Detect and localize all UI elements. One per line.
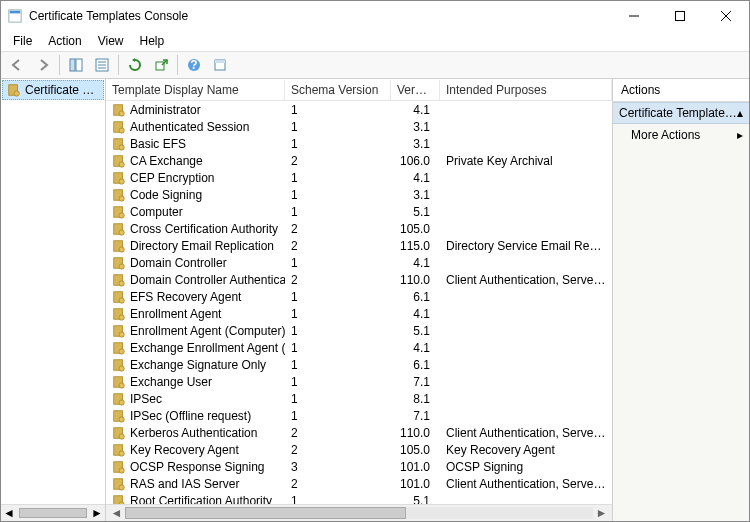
menu-view[interactable]: View [90, 32, 132, 50]
tree-item-certificate-templates[interactable]: Certificate Templates [2, 80, 104, 100]
cell-schema: 1 [285, 188, 391, 202]
table-row[interactable]: Administrator14.1 [106, 101, 612, 118]
cell-name: Basic EFS [106, 137, 285, 151]
grid-pane: Template Display Name Schema Version Ver… [106, 79, 613, 521]
table-row[interactable]: IPSec18.1 [106, 390, 612, 407]
cell-version: 5.1 [391, 205, 440, 219]
view-button[interactable] [208, 53, 232, 77]
forward-button[interactable] [31, 53, 55, 77]
table-row[interactable]: Exchange Signature Only16.1 [106, 356, 612, 373]
close-button[interactable] [703, 1, 749, 31]
scroll-right-arrow[interactable]: ► [91, 506, 103, 520]
svg-point-34 [119, 229, 124, 234]
cell-purpose: Client Authentication, Server Authentic [440, 273, 612, 287]
cell-name: Enrollment Agent [106, 307, 285, 321]
certificate-icon [112, 120, 126, 134]
cell-schema: 1 [285, 324, 391, 338]
table-row[interactable]: Basic EFS13.1 [106, 135, 612, 152]
table-row[interactable]: EFS Recovery Agent16.1 [106, 288, 612, 305]
certificate-icon [112, 137, 126, 151]
svg-point-32 [119, 212, 124, 217]
table-row[interactable]: Domain Controller14.1 [106, 254, 612, 271]
cell-schema: 1 [285, 341, 391, 355]
certificate-icon [112, 222, 126, 236]
scroll-track[interactable] [125, 507, 593, 519]
toolbar-separator [177, 55, 178, 75]
cell-name: IPSec [106, 392, 285, 406]
table-row[interactable]: CEP Encryption14.1 [106, 169, 612, 186]
table-row[interactable]: IPSec (Offline request)17.1 [106, 407, 612, 424]
help-button[interactable]: ? [182, 53, 206, 77]
table-row[interactable]: Enrollment Agent (Computer)15.1 [106, 322, 612, 339]
svg-point-22 [119, 127, 124, 132]
cell-name: Exchange Enrollment Agent (Offline requ.… [106, 341, 285, 355]
cell-name: Exchange Signature Only [106, 358, 285, 372]
actions-section-title[interactable]: Certificate Templates (cer... ▴ [613, 102, 749, 124]
table-row[interactable]: OCSP Response Signing3101.0OCSP Signing [106, 458, 612, 475]
certificate-icon [112, 443, 126, 457]
table-row[interactable]: Code Signing13.1 [106, 186, 612, 203]
cell-version: 6.1 [391, 290, 440, 304]
certificate-icon [112, 290, 126, 304]
table-row[interactable]: Enrollment Agent14.1 [106, 305, 612, 322]
actions-item-label: More Actions [631, 128, 700, 142]
cell-version: 101.0 [391, 460, 440, 474]
back-button[interactable] [5, 53, 29, 77]
certificate-icon [112, 324, 126, 338]
cell-name: Administrator [106, 103, 285, 117]
table-row[interactable]: RAS and IAS Server2101.0Client Authentic… [106, 475, 612, 492]
grid-horizontal-scrollbar[interactable]: ◄ ► [106, 504, 612, 521]
cell-schema: 2 [285, 239, 391, 253]
cell-version: 106.0 [391, 154, 440, 168]
properties-button[interactable] [90, 53, 114, 77]
table-row[interactable]: Key Recovery Agent2105.0Key Recovery Age… [106, 441, 612, 458]
cell-name: Domain Controller Authentication [106, 273, 285, 287]
cell-version: 105.0 [391, 222, 440, 236]
svg-rect-1 [10, 11, 21, 14]
column-header-purpose[interactable]: Intended Purposes [440, 80, 612, 100]
table-row[interactable]: Cross Certification Authority2105.0 [106, 220, 612, 237]
table-row[interactable]: Directory Email Replication2115.0Directo… [106, 237, 612, 254]
column-header-name[interactable]: Template Display Name [106, 80, 285, 100]
svg-point-64 [119, 484, 124, 489]
cell-version: 8.1 [391, 392, 440, 406]
svg-point-60 [119, 450, 124, 455]
scroll-right-arrow[interactable]: ► [593, 507, 610, 519]
column-header-schema[interactable]: Schema Version [285, 80, 391, 100]
menu-file[interactable]: File [5, 32, 40, 50]
table-row[interactable]: Kerberos Authentication2110.0Client Auth… [106, 424, 612, 441]
grid-body[interactable]: Administrator14.1Authenticated Session13… [106, 101, 612, 504]
tree-horizontal-scrollbar[interactable]: ◄ ► [1, 504, 105, 521]
cell-name: Root Certification Authority [106, 494, 285, 505]
menu-help[interactable]: Help [132, 32, 173, 50]
table-row[interactable]: Exchange User17.1 [106, 373, 612, 390]
tree-item-label: Certificate Templates [25, 83, 99, 97]
table-row[interactable]: Exchange Enrollment Agent (Offline requ.… [106, 339, 612, 356]
scroll-thumb[interactable] [19, 508, 87, 518]
actions-more-actions[interactable]: More Actions ▸ [613, 124, 749, 146]
maximize-button[interactable] [657, 1, 703, 31]
show-tree-button[interactable] [64, 53, 88, 77]
svg-point-40 [119, 280, 124, 285]
refresh-button[interactable] [123, 53, 147, 77]
column-header-version[interactable]: Version [391, 80, 440, 100]
scroll-left-arrow[interactable]: ◄ [108, 507, 125, 519]
table-row[interactable]: Authenticated Session13.1 [106, 118, 612, 135]
scroll-left-arrow[interactable]: ◄ [3, 506, 15, 520]
svg-point-56 [119, 416, 124, 421]
cell-schema: 3 [285, 460, 391, 474]
table-row[interactable]: Computer15.1 [106, 203, 612, 220]
table-row[interactable]: CA Exchange2106.0Private Key Archival [106, 152, 612, 169]
minimize-button[interactable] [611, 1, 657, 31]
cell-name: Directory Email Replication [106, 239, 285, 253]
cell-version: 4.1 [391, 256, 440, 270]
cell-schema: 1 [285, 171, 391, 185]
table-row[interactable]: Root Certification Authority15.1 [106, 492, 612, 504]
certificate-icon [112, 358, 126, 372]
certificate-icon [112, 103, 126, 117]
export-button[interactable] [149, 53, 173, 77]
menu-action[interactable]: Action [40, 32, 89, 50]
scroll-thumb[interactable] [125, 507, 406, 519]
table-row[interactable]: Domain Controller Authentication2110.0Cl… [106, 271, 612, 288]
cell-version: 115.0 [391, 239, 440, 253]
